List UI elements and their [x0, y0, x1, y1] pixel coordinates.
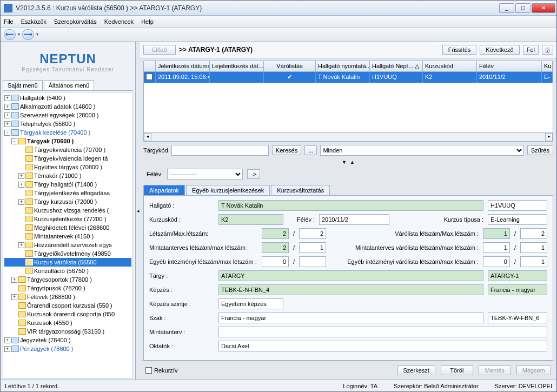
- expander-icon[interactable]: +: [11, 294, 17, 300]
- tab-kurzusvaltoztatas[interactable]: Kurzusváltoztatás: [271, 185, 330, 195]
- tree-node[interactable]: + Hallgatók (5400 ): [4, 94, 131, 102]
- help-icon-button[interactable]: ⍰: [542, 45, 553, 55]
- tree-node[interactable]: + Alkalmazotti adatok (14800 ): [4, 102, 131, 111]
- expander-icon[interactable]: +: [18, 182, 24, 188]
- mentes-button[interactable]: Mentés: [479, 366, 511, 375]
- tree-node[interactable]: Kurzusok órarendi csoportja (850: [4, 310, 131, 318]
- tab-sajat-menu[interactable]: Saját menü: [3, 80, 43, 90]
- menu-favorites[interactable]: Kedvencek: [104, 18, 134, 25]
- tab-alapadatok[interactable]: Alapadatok: [143, 185, 185, 195]
- expander-icon[interactable]: +: [4, 95, 10, 101]
- grid-col[interactable]: Lejelentkezés dát...: [210, 61, 264, 71]
- next-button[interactable]: Következő: [480, 45, 519, 55]
- horizontal-splitter[interactable]: ▼▲: [140, 159, 556, 165]
- tree-node[interactable]: + Szervezeti egységek (28000 ): [4, 111, 131, 119]
- felev-select[interactable]: --------------: [167, 169, 243, 180]
- targykod-input[interactable]: [171, 145, 269, 156]
- navigation-tree[interactable]: + Hallgatók (5400 )+ Alkalmazotti adatok…: [3, 92, 133, 378]
- expander-icon[interactable]: -: [11, 138, 17, 144]
- tree-node[interactable]: Tárgytípusok (78200 ): [4, 284, 131, 293]
- prev-button[interactable]: Előző: [143, 45, 176, 55]
- grid-col[interactable]: Ku: [542, 61, 553, 71]
- row-checkbox[interactable]: [144, 72, 156, 83]
- szerkeszt-button[interactable]: Szerkeszt: [397, 366, 435, 375]
- grid-col[interactable]: Hallgató Nept... △: [370, 61, 423, 71]
- tree-node[interactable]: + Jegyzetek (78400 ): [4, 336, 131, 344]
- tree-node[interactable]: + Tárgycsoportok (77800 ): [4, 275, 131, 284]
- tree-node[interactable]: - Tárgyak kezelése (70400 ): [4, 128, 131, 137]
- grid-col[interactable]: Félév: [477, 61, 542, 71]
- grid-row[interactable]: 2011.09.02. 15:06:4 ✔ T Novák Katalin H1…: [144, 72, 553, 83]
- grid-col[interactable]: Jelentkezés dátuma: [156, 61, 210, 71]
- folder-icon: [25, 224, 33, 231]
- up-button[interactable]: Fel: [523, 45, 539, 55]
- scroll-track[interactable]: [151, 133, 545, 141]
- tree-node[interactable]: Kurzus várólista (56500: [4, 258, 131, 267]
- expander-icon[interactable]: +: [4, 346, 10, 352]
- dots-button[interactable]: ...: [304, 145, 317, 155]
- tree-node[interactable]: Tárgyekvivalencia idegen tá: [4, 154, 131, 163]
- grid-col[interactable]: Kurzuskód: [423, 61, 477, 71]
- tree-node[interactable]: Kurzusok (4550 ): [4, 318, 131, 327]
- tree-node[interactable]: Együttes tárgyak (70800 ): [4, 163, 131, 171]
- grid-hscroll[interactable]: ◂ ▸: [144, 132, 553, 141]
- menu-help[interactable]: Help: [141, 18, 154, 25]
- maximize-button[interactable]: □: [515, 3, 531, 13]
- expander-icon[interactable]: +: [11, 277, 17, 283]
- expander-icon[interactable]: +: [4, 104, 10, 110]
- expander-icon[interactable]: +: [4, 112, 10, 118]
- tree-node[interactable]: Órarendi csoport kurzusai (550 ): [4, 301, 131, 310]
- expander-icon[interactable]: +: [18, 242, 24, 248]
- felev-go-button[interactable]: ->: [247, 169, 260, 179]
- expander-icon[interactable]: +: [18, 199, 24, 205]
- tree-node[interactable]: + Félévek (268800 ): [4, 293, 131, 301]
- grid-col[interactable]: Várólistás: [264, 61, 316, 71]
- tab-altalanos-menu[interactable]: Általános menü: [44, 80, 95, 90]
- nav-back-dropdown[interactable]: ▾: [18, 32, 20, 37]
- tree-node[interactable]: Meghirdetett félévei (268600: [4, 223, 131, 232]
- tree-node[interactable]: + Témakör (71000 ): [4, 171, 131, 180]
- nav-forward-dropdown[interactable]: ▾: [36, 32, 38, 37]
- refresh-button[interactable]: Frissítés: [442, 45, 477, 55]
- expander-icon[interactable]: +: [4, 337, 10, 343]
- filter-select[interactable]: Minden: [320, 145, 523, 156]
- szures-button[interactable]: Szűrés: [527, 145, 553, 155]
- scroll-left-icon[interactable]: ◂: [144, 133, 151, 141]
- expander-icon[interactable]: +: [4, 121, 10, 127]
- felev-field: 2010/11/2: [319, 214, 389, 225]
- tree-node[interactable]: Konzultáció (56750 ): [4, 267, 131, 275]
- tree-node[interactable]: + Telephelyek (55800 ): [4, 119, 131, 128]
- nav-back-button[interactable]: ⟵: [4, 29, 16, 40]
- kereses-button[interactable]: Keresés: [272, 145, 301, 155]
- grid-col-check[interactable]: [144, 61, 156, 71]
- menu-file[interactable]: File: [4, 18, 14, 25]
- tree-node[interactable]: Kurzushoz vizsga rendelés (: [4, 206, 131, 215]
- tree-node[interactable]: VIR tárgyazonosság (53150 ): [4, 327, 131, 336]
- tree-node[interactable]: + Hozzárendelt szervezeti egys: [4, 241, 131, 249]
- tree-node[interactable]: Tárgyelőkövetelmény (49850: [4, 249, 131, 258]
- tree-node[interactable]: Tárgyekvivalencia (70700 ): [4, 145, 131, 154]
- minimize-button[interactable]: _: [499, 3, 514, 13]
- tree-node[interactable]: Mintatantervek (4150 ): [4, 232, 131, 241]
- menu-rolechange[interactable]: Szerepkörváltás: [54, 18, 97, 25]
- megsem-button[interactable]: Mégsem: [516, 366, 551, 375]
- expander-icon[interactable]: +: [18, 173, 24, 179]
- grid-col[interactable]: Hallgató nyomtatá...: [316, 61, 370, 71]
- close-button[interactable]: ✕: [532, 3, 555, 13]
- vertical-splitter[interactable]: ◂: [136, 42, 140, 380]
- rekurziv-checkbox[interactable]: Rekurzív: [145, 367, 177, 374]
- nav-forward-button[interactable]: ⟶: [22, 29, 34, 40]
- data-grid[interactable]: Jelentkezés dátuma Lejelentkezés dát... …: [143, 61, 553, 142]
- scroll-right-icon[interactable]: ▸: [545, 133, 553, 141]
- tree-node[interactable]: + Tárgy kurzusai (72000 ): [4, 197, 131, 206]
- torol-button[interactable]: Töröl: [441, 366, 473, 375]
- tab-egyeb-kurzusjelentkezesek[interactable]: Egyéb kurzusjelentkezések: [186, 185, 270, 195]
- expander-icon[interactable]: -: [4, 130, 10, 136]
- tree-node[interactable]: + Tárgy hallgatói (71400 ): [4, 180, 131, 189]
- tree-node[interactable]: - Tárgyak (70600 ): [4, 137, 131, 145]
- tree-node[interactable]: Tárgyjelentkezés elfogadása: [4, 189, 131, 197]
- tree-node[interactable]: Kurzusjelentkezés (77200 ): [4, 215, 131, 223]
- tree-node[interactable]: + Pénzügyek (78600 ): [4, 344, 131, 353]
- row-cell: 2011.09.02. 15:06:4: [156, 72, 210, 83]
- menu-tools[interactable]: Eszközök: [21, 18, 47, 25]
